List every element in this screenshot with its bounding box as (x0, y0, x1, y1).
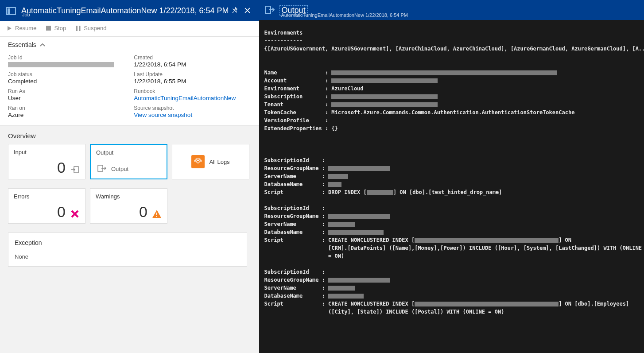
stop-icon (45, 25, 51, 31)
error-icon (70, 209, 80, 219)
blade-title: AutomaticTuningEmailAutomationNew 1/22/2… (21, 6, 229, 16)
overview-section: Overview Input 0 Output Output All Logs (0, 126, 259, 353)
close-button[interactable] (241, 7, 254, 15)
tile-errors[interactable]: Errors 0 (8, 188, 85, 224)
tile-output[interactable]: Output Output (90, 144, 167, 179)
essentials-item: Created1/22/2018, 6:54 PM (134, 54, 251, 68)
essentials-item: Source snapshotView source snapshot (134, 105, 251, 118)
overview-label: Overview (8, 132, 251, 140)
essentials-item: Job statusCompleted (8, 71, 125, 85)
blade-header: AutomaticTuningEmailAutomationNew 1/22/2… (0, 0, 259, 20)
essentials-item: Last Update1/22/2018, 6:55 PM (134, 71, 251, 85)
svg-rect-2 (46, 26, 51, 31)
suspend-button[interactable]: Suspend (75, 25, 106, 31)
svg-rect-8 (156, 213, 157, 215)
job-blade: AutomaticTuningEmailAutomationNew 1/22/2… (0, 0, 259, 353)
pause-icon (75, 25, 81, 31)
tile-all-logs[interactable]: All Logs (172, 144, 249, 179)
output-console: Environments ------------ {[AzureUSGover… (259, 20, 644, 353)
output-subtitle: AutomaticTuningEmailAutomationNew 1/22/2… (281, 12, 408, 18)
resume-button[interactable]: Resume (6, 25, 36, 31)
essentials-item: Job Id (8, 54, 125, 68)
input-icon (70, 165, 80, 175)
logs-icon (191, 155, 205, 168)
essentials-grid: Job IdCreated1/22/2018, 6:54 PMJob statu… (0, 53, 259, 126)
svg-rect-1 (8, 8, 10, 14)
svg-rect-3 (76, 26, 78, 31)
essentials-item: Ran onAzure (8, 105, 125, 118)
essentials-item: Run AsUser (8, 88, 125, 101)
play-icon (6, 25, 12, 31)
chevron-up-icon (40, 41, 45, 48)
output-icon (97, 164, 107, 174)
essentials-toggle[interactable]: Essentials (0, 37, 259, 53)
output-blade-icon (264, 5, 275, 16)
output-blade: Output AutomaticTuningEmailAutomationNew… (259, 0, 644, 353)
svg-point-7 (197, 160, 199, 163)
warning-icon (152, 209, 162, 219)
tile-input[interactable]: Input 0 (8, 144, 85, 179)
exception-box: Exception None (8, 233, 247, 267)
stop-button[interactable]: Stop (45, 25, 66, 31)
svg-rect-4 (79, 26, 81, 31)
toolbar: Resume Stop Suspend (0, 20, 259, 37)
svg-rect-9 (156, 216, 157, 217)
job-icon (5, 5, 17, 17)
pin-button[interactable] (229, 7, 241, 15)
output-header: Output AutomaticTuningEmailAutomationNew… (259, 0, 644, 20)
blade-subtitle: Job (22, 12, 30, 17)
tile-warnings[interactable]: Warnings 0 (90, 188, 167, 224)
essentials-item: RunbookAutomaticTuningEmailAutomationNew (134, 88, 251, 101)
